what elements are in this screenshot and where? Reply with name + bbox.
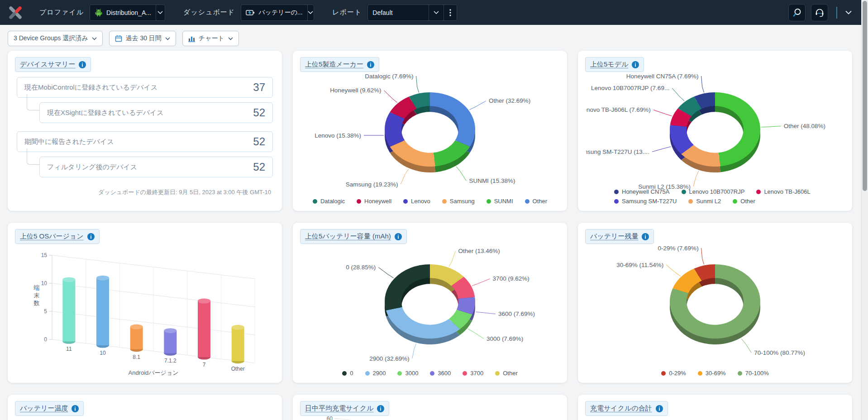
- info-icon[interactable]: [367, 61, 374, 68]
- legend-label: Honeywell: [364, 198, 391, 205]
- legend-item[interactable]: 3700: [463, 370, 483, 377]
- chart-legend: Honeywell CN75ALenovo 10B7007RJPLenovo T…: [587, 188, 843, 205]
- callout-line: [449, 251, 456, 267]
- summary-row-filtered: フィルタリング後のデバイス 52: [39, 157, 273, 177]
- support-button[interactable]: [811, 4, 828, 21]
- search-icon: [792, 8, 802, 18]
- legend-item[interactable]: 30-69%: [698, 370, 726, 377]
- legend-item[interactable]: Datalogic: [313, 198, 345, 205]
- info-icon[interactable]: [632, 61, 639, 68]
- view-mode-filter[interactable]: チャート: [182, 31, 239, 46]
- slice-callout-label: Samsung SM-T227U (13....: [586, 148, 649, 155]
- x-category-label: 10: [100, 350, 106, 356]
- info-icon[interactable]: [72, 405, 79, 412]
- info-icon[interactable]: [642, 233, 649, 240]
- legend-item[interactable]: Lenovo TB-J606L: [756, 188, 810, 195]
- callout-line: [384, 91, 397, 103]
- card-title: 上位5バッテリー容量 (mAh): [305, 232, 391, 241]
- legend-item[interactable]: Samsung: [442, 198, 475, 205]
- donut-slice: [386, 307, 460, 339]
- device-groups-filter[interactable]: 3 Device Groups 選択済み: [8, 31, 103, 46]
- info-icon[interactable]: [79, 61, 86, 68]
- dashboard-value: バッテリーの...: [258, 9, 302, 17]
- card-title: 日中平均充電サイクル: [305, 404, 373, 413]
- legend-dot: [342, 371, 347, 376]
- info-icon[interactable]: [395, 233, 402, 240]
- callout-line: [701, 76, 704, 92]
- legend-item[interactable]: 0: [342, 370, 353, 377]
- dashboard-last-updated: ダッシュボードの最終更新日: 9月 5日, 2023 at 3:00 午後 GM…: [17, 188, 273, 196]
- legend-item[interactable]: 70-100%: [738, 370, 769, 377]
- legend-dot: [365, 371, 370, 376]
- legend-item[interactable]: 2900: [365, 370, 386, 377]
- callout-line: [472, 279, 490, 286]
- x-category-label: Other: [231, 366, 245, 372]
- info-icon[interactable]: [87, 233, 95, 240]
- legend-item[interactable]: Samsung SM-T227U: [614, 198, 677, 205]
- search-button[interactable]: [788, 4, 806, 21]
- legend-item[interactable]: Sunmi L2: [688, 198, 721, 205]
- legend-item[interactable]: SUNMI: [486, 198, 513, 205]
- y-axis-title: 末: [34, 292, 40, 299]
- legend-label: Lenovo: [411, 198, 430, 205]
- legend-item[interactable]: Other: [525, 198, 548, 205]
- legend-dot: [463, 371, 467, 376]
- avg-charge-cycle-card: 日中平均充電サイクル 60: [293, 395, 567, 420]
- summary-row-label: 現在XSightに登録されているデバイス: [47, 109, 164, 117]
- callout-line: [456, 167, 466, 181]
- legend-dot: [698, 371, 702, 376]
- legend-item[interactable]: Other: [495, 370, 518, 377]
- legend-dot: [313, 199, 317, 204]
- models-donut-chart: Other (48.08%)Sunmi L2 (15.38%)Samsung S…: [586, 71, 844, 192]
- callout-line: [666, 265, 680, 276]
- legend-item[interactable]: 0-29%: [661, 370, 686, 377]
- legend-item[interactable]: 3600: [430, 370, 451, 377]
- donut-slice: [390, 140, 435, 167]
- legend-item[interactable]: Other: [733, 198, 755, 205]
- chevron-down-icon[interactable]: [429, 5, 444, 20]
- slice-callout-label: 3000 (7.69%): [486, 335, 523, 342]
- y-axis-title: 端: [33, 284, 40, 291]
- legend-item[interactable]: Honeywell CN75A: [614, 188, 670, 195]
- kebab-menu-icon[interactable]: [444, 5, 457, 20]
- slice-callout-label: Lenovo (15.38%): [315, 132, 361, 139]
- legend-label: Other: [503, 370, 518, 377]
- chevron-down-icon[interactable]: [307, 5, 314, 20]
- chevron-down-icon: [228, 37, 233, 40]
- total-charge-cycles-card: 充電サイクルの合計: [578, 395, 852, 420]
- filter-bar: 3 Device Groups 選択済み 過去 30 日間 チャート: [0, 25, 868, 46]
- date-range-filter[interactable]: 過去 30 日間: [109, 31, 176, 46]
- callout-line: [761, 126, 781, 127]
- legend-item[interactable]: Lenovo 10B7007RJP: [682, 188, 745, 195]
- battery-level-donut-chart: 70-100% (80.77%)30-69% (11.54%)0-29% (7.…: [586, 243, 844, 364]
- callout-line: [741, 339, 751, 353]
- bar-chart-icon: [188, 35, 195, 42]
- legend-item[interactable]: 3000: [397, 370, 418, 377]
- callout-line: [469, 101, 486, 110]
- info-icon[interactable]: [377, 405, 384, 412]
- legend-label: Datalogic: [320, 198, 345, 205]
- report-dropdown[interactable]: Default: [367, 5, 457, 21]
- bar: [198, 301, 210, 357]
- scrollbar-thumb[interactable]: [863, 1, 867, 191]
- chevron-down-icon[interactable]: [156, 5, 165, 20]
- legend-label: 3700: [470, 370, 483, 377]
- navbar-collapse-chevron[interactable]: [845, 10, 852, 14]
- legend-label: 2900: [373, 370, 386, 377]
- chart-legend: 02900300036003700Other: [302, 370, 558, 377]
- page-scrollbar[interactable]: [861, 0, 868, 420]
- info-icon[interactable]: [656, 405, 663, 412]
- dashboard-dropdown[interactable]: バッテリーの...: [241, 5, 314, 21]
- summary-row-value: 52: [253, 135, 265, 148]
- slice-callout-label: 3600 (7.69%): [498, 310, 535, 317]
- xsight-logo: [6, 4, 24, 22]
- legend-item[interactable]: Honeywell: [357, 198, 391, 205]
- legend-dot: [661, 371, 666, 376]
- profile-dropdown[interactable]: Distribution_A...: [90, 5, 165, 21]
- legend-label: 70-100%: [745, 370, 769, 377]
- device-groups-filter-label: 3 Device Groups 選択済み: [14, 34, 88, 43]
- summary-row-xsight: 現在XSightに登録されているデバイス 52: [39, 102, 273, 123]
- y-axis-title: 数: [33, 300, 40, 306]
- legend-item[interactable]: Lenovo: [403, 198, 430, 205]
- slice-callout-label: Other (32.69%): [489, 97, 530, 104]
